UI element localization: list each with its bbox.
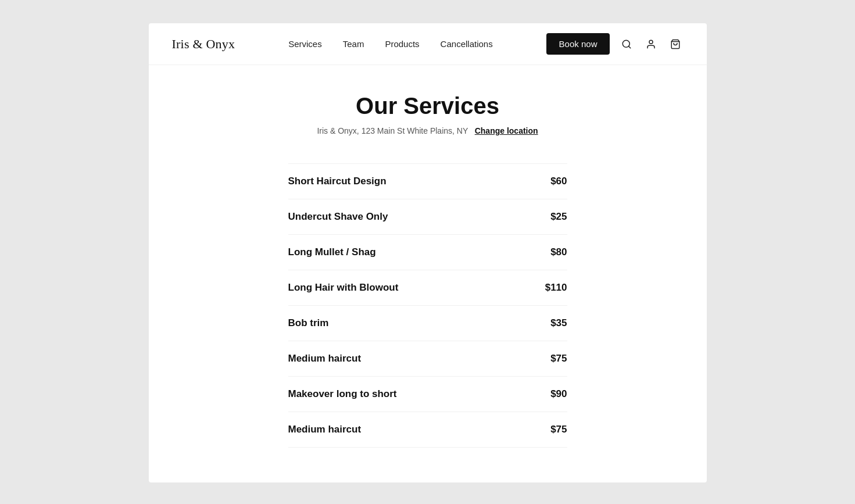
service-price-3: $110 bbox=[545, 282, 567, 294]
page-title: Our Services bbox=[172, 93, 684, 119]
service-name-5: Medium haircut bbox=[288, 353, 362, 364]
service-item-5: Medium haircut $75 bbox=[288, 341, 567, 377]
brand-logo: Iris & Onyx bbox=[172, 37, 235, 52]
account-button[interactable] bbox=[643, 37, 659, 52]
services-list: Short Haircut Design $60 Undercut Shave … bbox=[288, 163, 567, 448]
service-name-1: Undercut Shave Only bbox=[288, 211, 388, 223]
nav-item-products[interactable]: Products bbox=[385, 39, 419, 49]
service-price-4: $35 bbox=[550, 317, 567, 329]
main-content: Our Services Iris & Onyx, 123 Main St Wh… bbox=[149, 65, 707, 482]
service-price-2: $80 bbox=[550, 246, 567, 258]
service-item-3: Long Hair with Blowout $110 bbox=[288, 270, 567, 306]
nav-item-cancellations[interactable]: Cancellations bbox=[441, 39, 493, 49]
book-now-button[interactable]: Book now bbox=[546, 33, 610, 55]
service-name-3: Long Hair with Blowout bbox=[288, 282, 399, 294]
cart-icon bbox=[670, 39, 681, 49]
search-button[interactable] bbox=[619, 37, 634, 52]
nav-item-services[interactable]: Services bbox=[288, 39, 322, 49]
service-price-7: $75 bbox=[550, 424, 567, 435]
service-name-0: Short Haircut Design bbox=[288, 176, 387, 187]
service-item-4: Bob trim $35 bbox=[288, 306, 567, 341]
nav-links: Services Team Products Cancellations bbox=[288, 39, 492, 49]
navbar: Iris & Onyx Services Team Products Cance… bbox=[149, 23, 707, 65]
service-name-4: Bob trim bbox=[288, 317, 329, 329]
location-text: Iris & Onyx, 123 Main St White Plains, N… bbox=[317, 126, 468, 135]
main-card: Iris & Onyx Services Team Products Cance… bbox=[149, 23, 707, 482]
service-name-7: Medium haircut bbox=[288, 424, 362, 435]
service-price-1: $25 bbox=[550, 211, 567, 223]
nav-link-cancellations[interactable]: Cancellations bbox=[441, 39, 493, 49]
nav-link-services[interactable]: Services bbox=[288, 39, 322, 49]
svg-line-1 bbox=[629, 46, 631, 48]
search-icon bbox=[621, 39, 632, 49]
navbar-right: Book now bbox=[546, 33, 684, 55]
nav-link-team[interactable]: Team bbox=[343, 39, 364, 49]
svg-point-2 bbox=[649, 40, 653, 44]
service-price-5: $75 bbox=[550, 353, 567, 364]
service-item-0: Short Haircut Design $60 bbox=[288, 163, 567, 199]
service-item-7: Medium haircut $75 bbox=[288, 412, 567, 448]
service-item-1: Undercut Shave Only $25 bbox=[288, 199, 567, 235]
location-line: Iris & Onyx, 123 Main St White Plains, N… bbox=[172, 126, 684, 135]
service-name-6: Makeover long to short bbox=[288, 388, 397, 400]
service-price-0: $60 bbox=[550, 176, 567, 187]
cart-button[interactable] bbox=[668, 37, 683, 52]
page-wrapper: Iris & Onyx Services Team Products Cance… bbox=[0, 0, 855, 504]
change-location-link[interactable]: Change location bbox=[475, 126, 538, 135]
user-icon bbox=[646, 39, 656, 49]
service-price-6: $90 bbox=[550, 388, 567, 400]
service-name-2: Long Mullet / Shag bbox=[288, 246, 376, 258]
service-item-2: Long Mullet / Shag $80 bbox=[288, 235, 567, 270]
nav-link-products[interactable]: Products bbox=[385, 39, 419, 49]
service-item-6: Makeover long to short $90 bbox=[288, 377, 567, 412]
nav-item-team[interactable]: Team bbox=[343, 39, 364, 49]
